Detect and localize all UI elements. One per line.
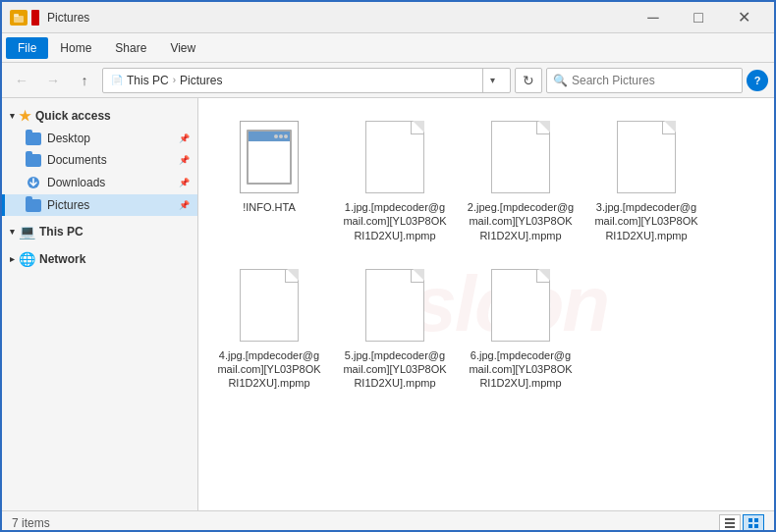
path-pictures: Pictures (180, 74, 222, 87)
menu-file[interactable]: File (6, 37, 48, 59)
file-item-4[interactable]: 4.jpg.[mpdecoder@gmail.com][YL03P8OKRI1D… (210, 258, 328, 399)
large-icons-view-button[interactable] (743, 514, 764, 532)
pc-icon: 💻 (19, 224, 35, 239)
quick-access-header[interactable]: ▾ ★ Quick access (2, 104, 197, 128)
address-bar: ← → ↑ 📄 This PC › Pictures ▾ ↻ 🔍 ? (2, 63, 774, 98)
file-name-1: 1.jpg.[mpdecoder@gmail.com][YL03P8OKRI1D… (341, 200, 449, 242)
view-toggle-buttons (719, 514, 764, 532)
pin-icon-pictures: 📌 (179, 200, 190, 210)
path-dropdown-button[interactable]: ▾ (482, 68, 502, 93)
svg-rect-3 (725, 518, 735, 520)
collapse-icon-pc: ▾ (10, 227, 15, 237)
file-name-5: 5.jpg.[mpdecoder@gmail.com][YL03P8OKRI1D… (341, 348, 449, 391)
file-item-3[interactable]: 3.jpg.[mpdecoder@gmail.com][YL03P8OKRI1D… (587, 110, 705, 250)
status-bar: 7 items (2, 510, 774, 532)
pin-icon-downloads: 📌 (179, 178, 190, 187)
sidebar-item-desktop[interactable]: Desktop 📌 (2, 128, 197, 149)
network-label: Network (39, 252, 85, 266)
file-item-info-hta[interactable]: !INFO.HTA (210, 110, 328, 250)
collapse-icon: ▾ (10, 111, 15, 121)
quick-access-label: Quick access (35, 109, 111, 123)
menu-home[interactable]: Home (48, 37, 103, 59)
file-thumb-1 (360, 118, 429, 196)
app-icon (10, 10, 28, 26)
search-icon: 🔍 (553, 74, 568, 87)
files-grid: !INFO.HTA 1.jpg.[mpdecoder@gmail.com][YL… (210, 110, 762, 399)
file-item-2[interactable]: 2.jpeg.[mpdecoder@gmail.com][YL03P8OKRI1… (462, 110, 580, 250)
file-thumb-4 (235, 266, 304, 345)
menu-share[interactable]: Share (103, 37, 158, 59)
sidebar-item-desktop-label: Desktop (47, 132, 90, 145)
doc-icon-4 (240, 269, 299, 342)
hta-file-icon (240, 121, 299, 193)
this-pc-section: ▾ 💻 This PC (2, 218, 197, 245)
file-item-6[interactable]: 6.jpg.[mpdecoder@gmail.com][YL03P8OKRI1D… (462, 258, 580, 399)
path-chevron-1: › (173, 75, 176, 85)
svg-rect-4 (725, 522, 735, 524)
list-view-button[interactable] (719, 514, 741, 532)
doc-icon-6 (491, 269, 550, 342)
sidebar: ▾ ★ Quick access Desktop 📌 Documents 📌 (2, 98, 198, 510)
file-name-info-hta: !INFO.HTA (243, 200, 296, 214)
menu-bar: File Home Share View (2, 33, 774, 63)
file-area: rislcon !I (198, 98, 774, 510)
minimize-button[interactable]: ─ (631, 2, 676, 33)
quick-access-toolbar (31, 10, 39, 26)
collapse-icon-net: ▸ (10, 254, 15, 264)
main-layout: ▾ ★ Quick access Desktop 📌 Documents 📌 (2, 98, 774, 510)
doc-icon-3 (617, 121, 676, 193)
file-thumb-info-hta (235, 118, 304, 196)
window-controls: ─ □ ✕ (631, 2, 766, 33)
file-thumb-5 (360, 266, 429, 345)
svg-rect-1 (14, 14, 19, 17)
svg-rect-0 (14, 16, 24, 23)
pin-icon-documents: 📌 (179, 155, 190, 165)
search-box[interactable]: 🔍 (546, 68, 743, 93)
file-thumb-2 (486, 118, 555, 196)
network-section: ▸ 🌐 Network (2, 245, 197, 273)
forward-button[interactable]: → (39, 68, 67, 93)
sidebar-item-downloads[interactable]: Downloads 📌 (2, 171, 197, 194)
file-thumb-6 (486, 266, 555, 345)
file-thumb-3 (612, 118, 681, 196)
title-bar: Pictures ─ □ ✕ (2, 2, 774, 33)
close-button[interactable]: ✕ (721, 2, 766, 33)
sidebar-item-downloads-label: Downloads (47, 176, 105, 189)
file-name-6: 6.jpg.[mpdecoder@gmail.com][YL03P8OKRI1D… (467, 348, 575, 391)
desktop-folder-icon (26, 133, 41, 145)
documents-folder-icon (26, 154, 41, 167)
star-icon: ★ (19, 108, 31, 124)
window-title: Pictures (47, 11, 631, 25)
pin-icon-desktop: 📌 (179, 133, 190, 143)
maximize-button[interactable]: □ (676, 2, 721, 33)
sidebar-item-documents-label: Documents (47, 153, 107, 167)
svg-rect-5 (725, 526, 735, 528)
pictures-folder-icon (26, 199, 41, 212)
svg-rect-6 (748, 518, 752, 522)
help-button[interactable]: ? (747, 70, 768, 91)
item-count: 7 items (12, 516, 50, 530)
path-this-pc: This PC (127, 74, 169, 87)
search-input[interactable] (572, 74, 736, 87)
address-path[interactable]: 📄 This PC › Pictures ▾ (102, 68, 511, 93)
path-separator-home: 📄 (111, 75, 123, 85)
sidebar-item-documents[interactable]: Documents 📌 (2, 149, 197, 171)
quick-access-section: ▾ ★ Quick access Desktop 📌 Documents 📌 (2, 102, 197, 218)
title-bar-icons (10, 10, 39, 26)
doc-icon-2 (491, 121, 550, 193)
file-name-4: 4.jpg.[mpdecoder@gmail.com][YL03P8OKRI1D… (215, 348, 323, 391)
refresh-button[interactable]: ↻ (515, 68, 542, 93)
file-name-3: 3.jpg.[mpdecoder@gmail.com][YL03P8OKRI1D… (592, 200, 700, 242)
menu-view[interactable]: View (158, 37, 207, 59)
network-header[interactable]: ▸ 🌐 Network (2, 247, 197, 271)
file-item-1[interactable]: 1.jpg.[mpdecoder@gmail.com][YL03P8OKRI1D… (336, 110, 454, 250)
sidebar-item-pictures[interactable]: Pictures 📌 (2, 194, 197, 216)
file-item-5[interactable]: 5.jpg.[mpdecoder@gmail.com][YL03P8OKRI1D… (336, 258, 454, 399)
sidebar-item-pictures-label: Pictures (47, 198, 89, 212)
back-button[interactable]: ← (8, 68, 35, 93)
svg-rect-8 (748, 524, 752, 528)
up-button[interactable]: ↑ (71, 68, 98, 93)
downloads-icon (26, 175, 41, 190)
this-pc-header[interactable]: ▾ 💻 This PC (2, 220, 197, 243)
svg-rect-9 (754, 524, 758, 528)
